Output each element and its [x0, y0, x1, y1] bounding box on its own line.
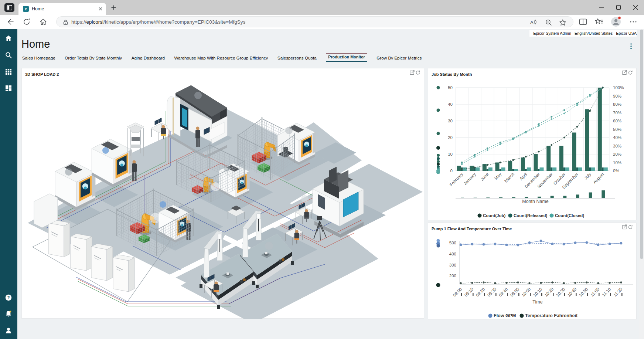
svg-text:April: April: [519, 172, 528, 181]
svg-text:300: 300: [449, 263, 456, 267]
svg-text:400: 400: [449, 252, 456, 256]
svg-text:20: 20: [448, 135, 453, 140]
svg-text:90%: 90%: [613, 94, 621, 98]
svg-text:A: A: [530, 20, 534, 25]
svg-text:July: July: [583, 172, 592, 180]
svg-text:Count(Released): Count(Released): [514, 213, 548, 218]
svg-text:40: 40: [448, 102, 453, 106]
svg-text:Month Name: Month Name: [522, 199, 549, 204]
svg-text:70%: 70%: [613, 111, 621, 115]
svg-text:Flow GPM: Flow GPM: [494, 313, 516, 318]
svg-text:January: January: [463, 172, 477, 186]
svg-text:0%: 0%: [613, 169, 619, 173]
svg-text:200: 200: [449, 274, 456, 278]
svg-text:500: 500: [449, 241, 456, 245]
svg-text:?: ?: [7, 295, 10, 300]
svg-text:August: August: [592, 172, 605, 184]
svg-text:Count(Closed): Count(Closed): [555, 213, 584, 218]
svg-text:30: 30: [448, 119, 453, 123]
svg-text:June: June: [480, 172, 490, 182]
svg-text:0: 0: [450, 169, 453, 173]
svg-text:Temperature Fahrenheit: Temperature Fahrenheit: [525, 313, 578, 318]
svg-text:e: e: [25, 7, 27, 11]
svg-text:10%: 10%: [613, 160, 621, 165]
svg-text:40%: 40%: [613, 135, 621, 140]
svg-text:30%: 30%: [613, 144, 621, 148]
svg-text:100%: 100%: [613, 85, 624, 90]
svg-text:10: 10: [448, 152, 453, 156]
svg-text:February: February: [449, 172, 464, 187]
svg-text:March: March: [504, 172, 515, 183]
svg-text:50%: 50%: [613, 127, 621, 132]
svg-text:Time: Time: [532, 299, 542, 305]
svg-text:20%: 20%: [613, 152, 621, 156]
svg-text:80%: 80%: [613, 102, 621, 106]
svg-text:60%: 60%: [613, 119, 621, 123]
svg-text:May: May: [494, 172, 502, 181]
svg-text:50: 50: [448, 85, 453, 90]
svg-text:Count(Job): Count(Job): [483, 213, 505, 218]
